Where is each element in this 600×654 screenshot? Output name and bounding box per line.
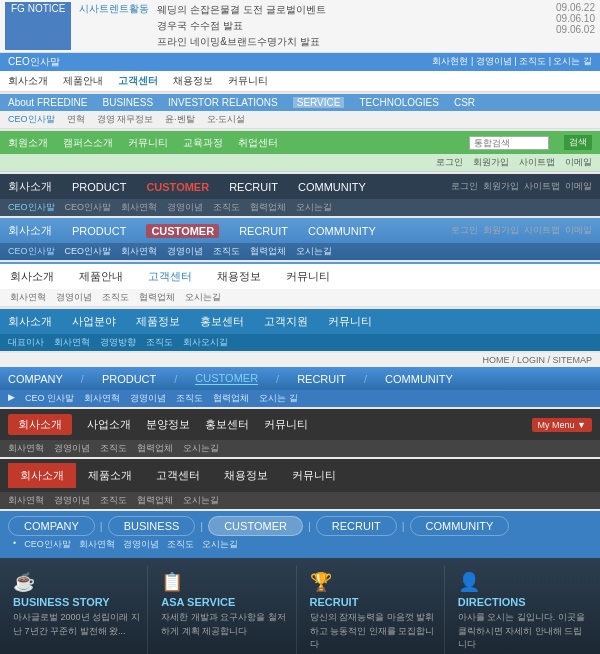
nav7-sub2[interactable]: 경영방향 xyxy=(100,336,136,349)
nav3-login[interactable]: 로그인 xyxy=(436,156,463,169)
nav9-sub0[interactable]: 회사연혁 xyxy=(8,442,44,455)
nav5-sub4[interactable]: 협력업체 xyxy=(250,245,286,258)
notice-item-1[interactable]: 웨딩의 손잡은물결 도전 글로벌이벤트 xyxy=(157,2,556,18)
nav7-item-1[interactable]: 사업분야 xyxy=(72,314,116,329)
nav11-item-2[interactable]: CUSTOMER xyxy=(208,516,303,536)
nav2-item-3[interactable]: TECHNOLOGIES xyxy=(359,97,438,108)
nav6-item-1[interactable]: 제품안내 xyxy=(79,269,123,284)
nav6-item-4[interactable]: 커뮤니티 xyxy=(286,269,330,284)
nav11-sub4[interactable]: 오시는길 xyxy=(202,538,238,551)
nav8-item-2[interactable]: CUSTOMER xyxy=(195,372,258,385)
nav5-sub3[interactable]: 조직도 xyxy=(213,245,240,258)
nav11-sub1[interactable]: 회사연혁 xyxy=(79,538,115,551)
nav5-item-0[interactable]: 회사소개 xyxy=(8,223,52,238)
nav8-item-1[interactable]: PRODUCT xyxy=(102,373,156,385)
nav6-item-0[interactable]: 회사소개 xyxy=(10,269,54,284)
nav8-sub5[interactable]: 오시는 길 xyxy=(259,392,298,405)
business-title-3[interactable]: DIRECTIONS xyxy=(458,596,587,608)
nav1-item-3[interactable]: 채용정보 xyxy=(173,74,213,88)
nav5-sub0[interactable]: CEO인사말 xyxy=(65,245,112,258)
nav4-sitemap[interactable]: 사이트맵 xyxy=(524,180,560,193)
nav7-sub0[interactable]: 대표이사 xyxy=(8,336,44,349)
nav7-sub1[interactable]: 회사연혁 xyxy=(54,336,90,349)
nav7-sub3[interactable]: 조직도 xyxy=(146,336,173,349)
nav10-sub4[interactable]: 오시는길 xyxy=(183,494,219,507)
nav3-item-1[interactable]: 캠퍼스소개 xyxy=(63,136,113,150)
notice-link[interactable]: 시사트렌트활동 xyxy=(79,2,149,50)
nav9-mymenu[interactable]: My Menu ▼ xyxy=(532,418,592,432)
nav9-item-1[interactable]: 사업소개 xyxy=(87,417,131,432)
nav4-sub4[interactable]: 협력업체 xyxy=(250,201,286,214)
nav5-sub2[interactable]: 경영이념 xyxy=(167,245,203,258)
nav6-item-3[interactable]: 채용정보 xyxy=(217,269,261,284)
nav10-item-0[interactable]: 회사소개 xyxy=(8,463,76,488)
nav8-sub1[interactable]: 회사연혁 xyxy=(84,392,120,405)
nav7-item-2[interactable]: 제품정보 xyxy=(136,314,180,329)
nav8-item-0[interactable]: COMPANY xyxy=(8,373,63,385)
nav9-sub1[interactable]: 경영이념 xyxy=(54,442,90,455)
nav4-item-0[interactable]: 회사소개 xyxy=(8,179,52,194)
nav5-sub1[interactable]: 회사연혁 xyxy=(121,245,157,258)
nav6-sub2[interactable]: 조직도 xyxy=(102,291,129,304)
nav1-item-4[interactable]: 커뮤니티 xyxy=(228,74,268,88)
nav10-item-1[interactable]: 제품소개 xyxy=(76,463,144,488)
nav3-item-2[interactable]: 커뮤니티 xyxy=(128,136,168,150)
nav4-item-1[interactable]: PRODUCT xyxy=(72,181,126,193)
nav7-sub4[interactable]: 회사오시길 xyxy=(183,336,228,349)
nav5-item-4[interactable]: COMMUNITY xyxy=(308,225,376,237)
nav6-item-2[interactable]: 고객센터 xyxy=(148,269,192,284)
nav3-item-4[interactable]: 취업센터 xyxy=(238,136,278,150)
nav10-item-3[interactable]: 채용정보 xyxy=(212,463,280,488)
notice-item-2[interactable]: 경우국 수수점 발표 xyxy=(157,18,556,34)
nav4-login[interactable]: 로그인 xyxy=(451,180,478,193)
nav4-sub5[interactable]: 오시는길 xyxy=(296,201,332,214)
nav7-item-4[interactable]: 고객지원 xyxy=(264,314,308,329)
business-title-0[interactable]: BUSINESS STORY xyxy=(13,596,142,608)
nav3-search-input[interactable] xyxy=(469,136,549,150)
nav5-login[interactable]: 로그인 xyxy=(451,224,478,237)
nav10-sub1[interactable]: 경영이념 xyxy=(54,494,90,507)
notice-item-3[interactable]: 프라인 네이밍&브랜드수명가치 발표 xyxy=(157,34,556,50)
nav2-sub0[interactable]: 연혁 xyxy=(67,113,85,126)
nav4-email[interactable]: 이메일 xyxy=(565,180,592,193)
nav8-sub4[interactable]: 협력업체 xyxy=(213,392,249,405)
nav11-item-4[interactable]: COMMUNITY xyxy=(410,516,510,536)
nav10-item-2[interactable]: 고객센터 xyxy=(144,463,212,488)
nav9-sub3[interactable]: 협력업체 xyxy=(137,442,173,455)
nav2-sub2[interactable]: 윤·벤탈 xyxy=(165,113,195,126)
nav11-item-3[interactable]: RECRUIT xyxy=(316,516,397,536)
nav8-item-4[interactable]: COMMUNITY xyxy=(385,373,453,385)
nav6-sub1[interactable]: 경영이념 xyxy=(56,291,92,304)
nav8-sub3[interactable]: 조직도 xyxy=(176,392,203,405)
nav8-sub0[interactable]: CEO 인사말 xyxy=(25,392,74,405)
nav5-join[interactable]: 회원가입 xyxy=(483,224,519,237)
nav4-item-4[interactable]: COMMUNITY xyxy=(298,181,366,193)
nav11-sub0[interactable]: CEO인사말 xyxy=(24,538,71,551)
nav2-item-1[interactable]: INVESTOR RELATIONS xyxy=(168,97,278,108)
nav7-item-3[interactable]: 홍보센터 xyxy=(200,314,244,329)
nav4-join[interactable]: 회원가입 xyxy=(483,180,519,193)
nav7-item-0[interactable]: 회사소개 xyxy=(8,314,52,329)
nav3-email[interactable]: 이메일 xyxy=(565,156,592,169)
nav1-item-0[interactable]: 회사소개 xyxy=(8,74,48,88)
nav8-item-3[interactable]: RECRUIT xyxy=(297,373,346,385)
nav10-sub0[interactable]: 회사연혁 xyxy=(8,494,44,507)
nav9-item-2[interactable]: 분양정보 xyxy=(146,417,190,432)
nav7-item-5[interactable]: 커뮤니티 xyxy=(328,314,372,329)
nav6-sub3[interactable]: 협력업체 xyxy=(139,291,175,304)
nav4-sub2[interactable]: 경영이념 xyxy=(167,201,203,214)
nav11-item-0[interactable]: COMPANY xyxy=(8,516,95,536)
nav6-sub4[interactable]: 오시는길 xyxy=(185,291,221,304)
nav9-sub4[interactable]: 오시는길 xyxy=(183,442,219,455)
nav5-sitemap[interactable]: 사이트맵 xyxy=(524,224,560,237)
nav5-sub5[interactable]: 오시는길 xyxy=(296,245,332,258)
nav11-sub3[interactable]: 조직도 xyxy=(167,538,194,551)
nav1-item-2[interactable]: 고객센터 xyxy=(118,74,158,88)
nav10-sub3[interactable]: 협력업체 xyxy=(137,494,173,507)
nav3-sitemap[interactable]: 사이트맵 xyxy=(519,156,555,169)
nav11-item-1[interactable]: BUSINESS xyxy=(108,516,196,536)
nav10-item-4[interactable]: 커뮤니티 xyxy=(280,463,348,488)
nav2-sub3[interactable]: 오·도시설 xyxy=(207,113,246,126)
nav5-email[interactable]: 이메일 xyxy=(565,224,592,237)
nav2-item-2[interactable]: SERVICE xyxy=(293,97,345,108)
